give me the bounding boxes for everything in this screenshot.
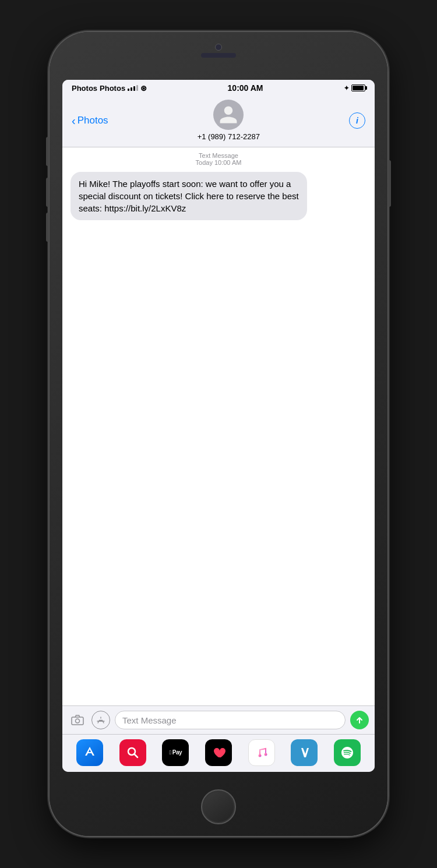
heart-app-icon[interactable] [205,739,232,766]
app-dock:  Pay [62,734,375,772]
svg-point-1 [76,719,80,723]
message-bubble[interactable]: Hi Mike! The playoffs start soon: we wan… [71,172,307,220]
message-time-label: Today 10:00 AM [196,159,242,166]
input-bar: Text Message [62,705,375,734]
svg-rect-0 [72,717,83,725]
svg-line-3 [134,754,138,758]
back-button[interactable]: ‹ Photos [72,115,108,126]
svg-point-4 [258,754,261,757]
wifi-icon: ⊛ [140,84,147,93]
venmo-app-icon[interactable] [291,739,318,766]
back-app-label: Photos [72,84,97,93]
person-icon [218,104,239,125]
phone-top-bar [201,44,236,58]
signal-bars [128,85,138,91]
status-bar: Photos Photos ⊛ 10:00 AM ✦ [62,80,375,95]
bluetooth-icon: ✦ [344,84,349,92]
message-type-label: Text Message [199,152,238,159]
camera-button[interactable] [68,711,87,729]
message-timestamp: Text Message Today 10:00 AM [71,152,366,166]
signal-bar-3 [133,86,135,91]
app-store-button[interactable] [91,711,110,729]
avatar [213,100,244,130]
message-area: Text Message Today 10:00 AM Hi Mike! The… [62,147,375,705]
svg-point-5 [264,753,267,756]
spotify-app-icon[interactable] [334,739,361,766]
battery-fill [353,86,364,90]
signal-bar-1 [128,89,129,91]
info-icon: i [356,116,358,125]
app-store-icon[interactable] [76,739,103,766]
message-input-placeholder: Text Message [122,715,177,725]
phone-device: Photos Photos ⊛ 10:00 AM ✦ [50,32,387,836]
home-button[interactable] [201,789,236,824]
contact-phone-number: +1 (989) 712-2287 [198,132,260,141]
message-text: Hi Mike! The playoffs start soon: we wan… [79,179,299,213]
music-app-icon[interactable] [248,739,275,766]
message-input[interactable]: Text Message [115,711,346,729]
front-camera [215,44,222,51]
navigation-bar: ‹ Photos +1 (989) 712-2287 i [62,95,375,147]
battery-icon [351,84,365,91]
speaker [201,53,236,58]
search-app-icon[interactable] [119,739,146,766]
apple-pay-icon[interactable]:  Pay [162,739,189,766]
send-button[interactable] [350,711,369,729]
status-left: Photos Photos ⊛ [72,84,147,93]
phone-screen: Photos Photos ⊛ 10:00 AM ✦ [62,80,375,772]
back-button-label: Photos [77,115,108,126]
contact-info[interactable]: +1 (989) 712-2287 [198,100,260,141]
back-app-name: Photos [100,84,125,93]
info-button[interactable]: i [349,112,365,129]
chevron-left-icon: ‹ [72,115,76,126]
apple-pay-label:  Pay [169,749,182,756]
status-right: ✦ [344,84,365,92]
signal-bar-4 [136,85,138,91]
signal-bar-2 [131,87,132,91]
status-time: 10:00 AM [228,83,263,93]
